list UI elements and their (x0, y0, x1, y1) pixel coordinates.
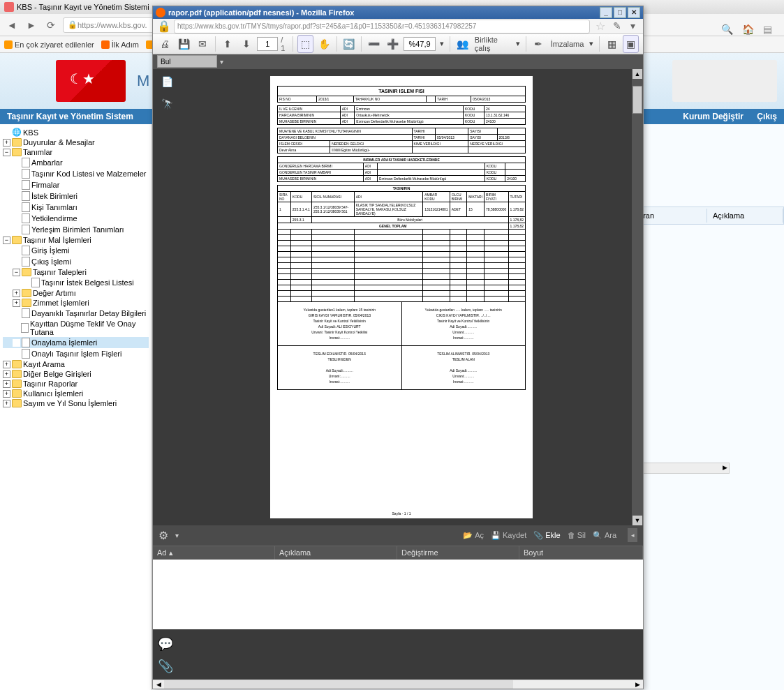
attach-col-desc[interactable]: Açıklama (275, 546, 397, 560)
tree-raporlar[interactable]: +Taşınır Raporlar (3, 379, 149, 389)
select-tool-button[interactable]: ⬚ (297, 35, 313, 53)
comment-icon[interactable]: 💬 (157, 636, 174, 653)
kbs-icon (4, 2, 14, 12)
brush-icon[interactable]: ✎ (611, 20, 623, 33)
tree-onayli[interactable]: Onaylı Taşınır İşlem Fişleri (3, 348, 149, 359)
tree-duyurular[interactable]: +Duyurular & Mesajlar (3, 137, 149, 147)
pdf-url-bar: 🔒 https://www.kbs.gov.tr/TMYS/tmys/rapor… (153, 19, 643, 34)
attach-open[interactable]: 📂Aç (463, 531, 484, 540)
gear-icon[interactable]: ⚙ (158, 529, 168, 542)
pdf-body: 📄 🔭 TASINIR ISLEM FISI FIS NO2013/1 TAHA… (153, 69, 643, 525)
tree-yerlesim[interactable]: Yerleşim Birimleri Tanımları (3, 224, 149, 235)
attach-save[interactable]: 💾Kaydet (491, 531, 526, 540)
tree-kayittan[interactable]: Kayıttan Düşme Teklif Ve Onay Tutana (3, 319, 149, 337)
tree-ambarlar[interactable]: Ambarlar (3, 157, 149, 168)
tree-kisi[interactable]: Kişi Tanımları (3, 202, 149, 213)
page-area[interactable]: TASINIR ISLEM FISI FIS NO2013/1 TAHAKKUK… (181, 69, 643, 525)
tree-tanimlar[interactable]: −Tanımlar (3, 147, 149, 157)
tree-kullanici[interactable]: +Kullanıcı İşlemleri (3, 389, 149, 398)
bookmark-first[interactable]: İlk Adım (101, 40, 139, 49)
attach-search[interactable]: 🔍Ara (593, 531, 616, 540)
attach-header: Ad ▴ Açıklama Değiştirme Boyut (153, 546, 643, 560)
side-toggle[interactable]: ◂ (628, 528, 637, 542)
dropdown-icon[interactable]: ▾ (626, 20, 639, 33)
bookmark-star-icon[interactable]: ☆ (596, 20, 605, 33)
zoom-out-button[interactable]: ➖ (366, 35, 382, 53)
pdf-toolbar: 🖨 💾 ✉ ⬆ ⬇ / 1 ⬚ ✋ 🔄 ➖ ➕ ▾ 👥 Birlikte çal… (153, 34, 643, 54)
change-inst-link[interactable]: Kurum Değiştir (683, 112, 744, 121)
exit-link[interactable]: Çıkış (757, 112, 777, 121)
sign-icon[interactable]: ✒ (531, 35, 547, 53)
attach-hscroll[interactable]: ◀▶ (153, 680, 643, 689)
menu-icon[interactable]: ▤ (763, 24, 778, 39)
tree-yetki[interactable]: Yetkilendirme (3, 213, 149, 224)
tree-giris[interactable]: Giriş İşlemi (3, 245, 149, 256)
save-button[interactable]: 💾 (176, 35, 192, 53)
sig-br: TESLIM ALINMISTIR. 05/04/2013TESLIM ALAN… (401, 346, 526, 390)
attach-body (153, 560, 643, 629)
maximize-button[interactable]: □ (614, 7, 626, 18)
pdf-sidebar: 📄 🔭 (153, 69, 181, 525)
collab-icon[interactable]: 👥 (454, 35, 471, 53)
grid-col-2[interactable]: Açıklama (707, 209, 783, 223)
tree-onaylama[interactable]: Onaylama İşlemleri (3, 337, 149, 348)
page-up-button[interactable]: ⬆ (220, 35, 236, 53)
sig-bl: TESLIM EDILMISTIR. 05/04/2013TESLIM EDEN… (277, 346, 401, 390)
tree-zimmet[interactable]: +Zimmet İşlemleri (3, 298, 149, 308)
page-down-button[interactable]: ⬇ (238, 35, 254, 53)
tree-firmalar[interactable]: Firmalar (3, 179, 149, 190)
collab-label[interactable]: Birlikte çalış (473, 36, 512, 52)
strip-title: Taşınır Kayıt ve Yönetim Sistem (7, 112, 133, 121)
rotate-button[interactable]: 🔄 (341, 35, 357, 53)
tree-tasinir-mal[interactable]: −Taşınır Mal İşlemleri (3, 235, 149, 245)
find-dropdown[interactable]: ▾ (220, 58, 223, 66)
bookmark-most[interactable]: En çok ziyaret edilenler (4, 40, 94, 49)
print-button[interactable]: 🖨 (157, 35, 173, 53)
back-button[interactable]: ◄ (4, 17, 20, 33)
tree-deger[interactable]: +Değer Artımı (3, 288, 149, 298)
minimize-button[interactable]: _ (600, 7, 612, 18)
attach-delete[interactable]: 🗑Sil (568, 531, 586, 539)
tree-diger[interactable]: +Diğer Belge Girişleri (3, 369, 149, 379)
attachment-icon[interactable]: 📎 (157, 659, 174, 675)
tree-kayit-arama[interactable]: +Kayıt Arama (3, 359, 149, 369)
pages-icon[interactable]: 📄 (159, 76, 175, 91)
attach-add[interactable]: 📎Ekle (533, 531, 560, 540)
tree-istek-belge[interactable]: Taşınır İstek Belgesi Listesi (3, 277, 149, 288)
sig-left: Yukarida gosterilen1 kalem, toplam 15 ta… (277, 302, 401, 346)
search-icon[interactable]: 🔍 (721, 24, 737, 39)
pdf-titlebar[interactable]: rapor.pdf (application/pdf nesnesi) - Mo… (153, 6, 643, 19)
tree-root[interactable]: 🌐KBS (3, 127, 149, 137)
tree-dayanikli[interactable]: Dayanıklı Taşınırlar Detay Bilgileri (3, 308, 149, 319)
attach-col-mod[interactable]: Değiştirme (397, 546, 519, 560)
tree-sayim[interactable]: +Sayım ve Yıl Sonu İşlemleri (3, 398, 149, 408)
page-number-input[interactable] (257, 37, 278, 51)
pdf-vscroll[interactable]: ▲ ▼ (632, 69, 643, 525)
tree-talepler[interactable]: −Taşınır Talepleri (3, 267, 149, 277)
tree-kod-listesi[interactable]: Taşınır Kod Listesi ve Malzemeler (3, 168, 149, 179)
forward-button[interactable]: ► (24, 17, 39, 33)
attach-col-name[interactable]: Ad ▴ (153, 546, 275, 560)
sign-label[interactable]: İmzalama (549, 40, 586, 48)
find-input[interactable] (157, 55, 217, 68)
pdf-url-input[interactable]: https://www.kbs.gov.tr/TMYS/tmys/rapor.p… (174, 20, 590, 33)
zoom-input[interactable] (404, 37, 436, 51)
mail-button[interactable]: ✉ (195, 35, 211, 53)
view1-button[interactable]: ▦ (604, 35, 620, 53)
binoculars-icon[interactable]: 🔭 (159, 98, 175, 114)
attachment-toolbar: ⚙▾ 📂Aç 💾Kaydet 📎Ekle 🗑Sil 🔍Ara ◂ (153, 525, 643, 545)
banner-letter: M (137, 72, 149, 90)
keyboard-image (672, 60, 777, 102)
hand-tool-button[interactable]: ✋ (316, 35, 332, 53)
close-button[interactable]: ✕ (628, 7, 640, 18)
tree-cikis[interactable]: Çıkış İşlemi (3, 256, 149, 267)
view2-button[interactable]: ▣ (623, 35, 639, 53)
zoom-dd[interactable]: ▾ (438, 39, 445, 48)
doc-title: TASINIR ISLEM FISI (278, 87, 526, 96)
zoom-in-button[interactable]: ➕ (385, 35, 401, 53)
home-icon[interactable]: 🏠 (742, 24, 757, 39)
firefox-icon (156, 8, 165, 17)
reload-button[interactable]: ⟳ (43, 17, 59, 33)
tree-istek[interactable]: İstek Birimleri (3, 190, 149, 202)
attach-col-size[interactable]: Boyut (519, 546, 643, 560)
